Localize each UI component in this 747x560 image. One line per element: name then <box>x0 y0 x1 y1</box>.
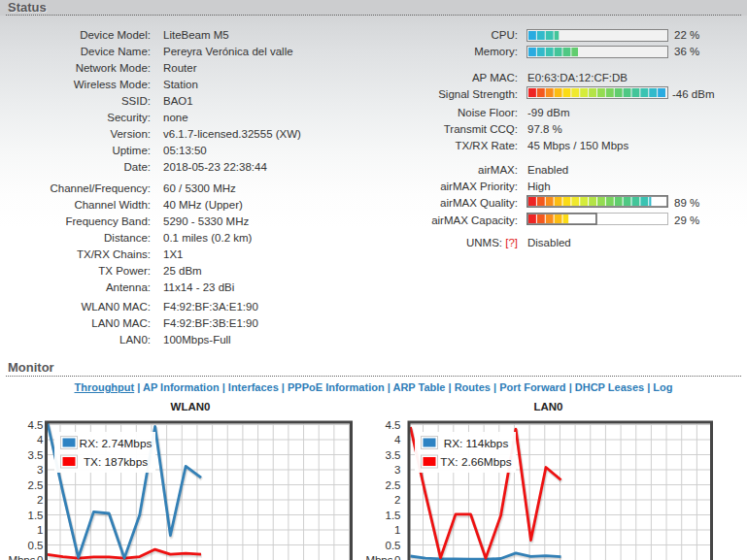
svg-text:3: 3 <box>37 464 43 476</box>
svg-text:Mbps: Mbps <box>365 554 392 560</box>
svg-text:2: 2 <box>394 494 400 506</box>
svg-text:1: 1 <box>394 524 400 536</box>
svg-text:1.5: 1.5 <box>386 510 401 521</box>
svg-text:2.5: 2.5 <box>28 479 44 491</box>
svg-text:0: 0 <box>394 554 400 560</box>
svg-text:1.5: 1.5 <box>28 510 44 521</box>
svg-text:RX: 2.74Mbps: RX: 2.74Mbps <box>80 437 153 450</box>
svg-text:3.5: 3.5 <box>28 449 44 461</box>
svg-text:0.5: 0.5 <box>386 540 401 551</box>
svg-text:Mbps: Mbps <box>8 554 35 560</box>
svg-text:3: 3 <box>394 464 400 476</box>
svg-text:3.5: 3.5 <box>386 449 401 461</box>
svg-text:4.5: 4.5 <box>386 419 401 431</box>
svg-text:4: 4 <box>394 434 401 445</box>
svg-text:2: 2 <box>37 494 43 506</box>
svg-text:4.5: 4.5 <box>28 419 44 431</box>
svg-text:4: 4 <box>37 434 44 445</box>
svg-text:2.5: 2.5 <box>386 479 401 491</box>
svg-text:0.5: 0.5 <box>28 540 44 551</box>
svg-text:1: 1 <box>37 524 43 536</box>
svg-text:0: 0 <box>37 554 43 560</box>
svg-text:TX: 187kbps: TX: 187kbps <box>84 455 148 469</box>
svg-text:RX: 114kbps: RX: 114kbps <box>444 437 509 450</box>
svg-text:TX: 2.66Mbps: TX: 2.66Mbps <box>440 455 512 469</box>
